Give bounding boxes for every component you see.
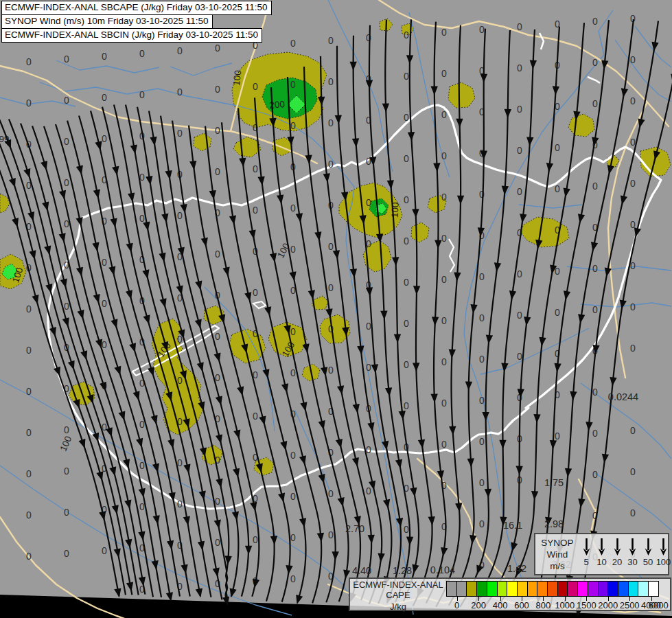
- svg-text:0: 0: [366, 321, 371, 332]
- wind-speed-item: 30: [625, 537, 641, 567]
- svg-text:0: 0: [328, 282, 334, 293]
- svg-text:0: 0: [253, 411, 258, 422]
- colorbar-cell: [607, 581, 618, 597]
- svg-text:0.104: 0.104: [430, 564, 455, 575]
- svg-text:0: 0: [26, 386, 32, 397]
- svg-text:0: 0: [328, 159, 334, 170]
- svg-text:0: 0: [290, 120, 296, 131]
- svg-text:0: 0: [517, 351, 522, 362]
- svg-text:0: 0: [404, 236, 409, 247]
- synop-wind-legend: SYNOP Wind m/s 510203050100: [534, 533, 669, 575]
- wind-speed-label: 5: [578, 557, 594, 567]
- svg-text:0: 0: [328, 365, 334, 376]
- svg-text:0: 0: [592, 98, 598, 109]
- svg-text:0: 0: [592, 181, 598, 192]
- svg-text:0: 0: [215, 537, 220, 548]
- wind-arrow-icon: [628, 537, 637, 556]
- svg-text:0: 0: [441, 233, 447, 244]
- colorbar-cell: [456, 581, 467, 597]
- svg-text:0: 0: [479, 436, 485, 447]
- colorbar-cell: [588, 581, 599, 597]
- svg-text:0: 0: [555, 307, 560, 318]
- wind-speed-label: 50: [640, 557, 656, 567]
- svg-text:0: 0: [592, 263, 598, 274]
- svg-text:2.70: 2.70: [345, 523, 364, 534]
- svg-text:0: 0: [592, 428, 598, 439]
- svg-text:0: 0: [366, 444, 371, 455]
- svg-text:0: 0: [290, 491, 296, 502]
- svg-text:0: 0: [215, 43, 220, 54]
- svg-text:0: 0: [555, 142, 560, 153]
- svg-text:0: 0: [290, 38, 296, 49]
- colorbar-tick-label: 400: [493, 600, 508, 610]
- svg-text:0: 0: [26, 427, 32, 438]
- svg-text:0: 0: [328, 35, 334, 46]
- colorbar-cell: [476, 581, 487, 597]
- svg-text:0: 0: [404, 153, 409, 164]
- cape-legend-name: ECMWF-INDEX-ANAL: [353, 580, 443, 590]
- cape-legend-param: CAPE: [353, 590, 443, 600]
- colorbar-cell: [466, 581, 477, 597]
- svg-text:0: 0: [102, 133, 107, 144]
- title-sbcape: ECMWF-INDEX-ANAL SBCAPE (J/kg) Friday 03…: [1, 1, 272, 15]
- svg-text:0: 0: [290, 450, 296, 461]
- cape-legend-unit: J/kg: [353, 602, 443, 612]
- colorbar-tick-label: 1000: [555, 600, 575, 610]
- svg-text:0: 0: [64, 136, 69, 147]
- colorbar-cell: [507, 581, 518, 597]
- title-sbcin: ECMWF-INDEX-ANAL SBCIN (J/kg) Friday 03-…: [1, 28, 262, 43]
- colorbar-cell: [567, 581, 578, 597]
- svg-text:0: 0: [517, 268, 522, 279]
- svg-text:0: 0: [290, 532, 296, 543]
- svg-text:1.42: 1.42: [507, 563, 526, 574]
- synop-legend-title: SYNOP Wind m/s: [540, 537, 575, 572]
- wind-arrow-icon: [597, 537, 606, 556]
- colorbar-tick-label: 6000: [649, 600, 669, 610]
- svg-text:0: 0: [139, 48, 145, 59]
- colorbar-cell: [648, 581, 659, 597]
- colorbar-tick-label: 200: [471, 600, 486, 610]
- svg-text:0: 0: [630, 425, 636, 436]
- colorbar-cell: [547, 581, 558, 597]
- colorbar-cell: [557, 581, 568, 597]
- colorbar-cell: [618, 581, 629, 597]
- svg-text:0: 0: [630, 507, 636, 518]
- svg-text:16.1: 16.1: [503, 520, 522, 531]
- colorbar-tick-label: 600: [514, 600, 529, 610]
- svg-text:0: 0: [215, 331, 220, 342]
- svg-text:0: 0: [177, 128, 183, 139]
- svg-text:0: 0: [102, 51, 107, 62]
- svg-text:0: 0: [404, 112, 409, 123]
- svg-text:0: 0: [366, 485, 371, 496]
- svg-text:0: 0: [290, 367, 296, 378]
- colorbar-tick-label: 2500: [620, 600, 640, 610]
- wind-arrow-icon: [582, 537, 591, 556]
- svg-text:0: 0: [215, 496, 220, 507]
- wind-label: Wind: [540, 549, 575, 560]
- svg-text:0: 0: [517, 145, 522, 156]
- svg-text:0: 0: [253, 81, 258, 92]
- colorbar-cell: [497, 581, 508, 597]
- colorbar-cell: [537, 581, 548, 597]
- svg-text:0: 0: [253, 534, 258, 545]
- svg-text:0: 0: [366, 32, 371, 43]
- svg-text:0: 0: [328, 241, 334, 252]
- colorbar-tick-label: 800: [536, 600, 551, 610]
- svg-text:0: 0: [253, 205, 258, 216]
- svg-text:0: 0: [64, 507, 69, 518]
- svg-text:0: 0: [177, 499, 183, 510]
- svg-text:0: 0: [26, 551, 32, 562]
- svg-text:0: 0: [64, 424, 69, 435]
- svg-text:0: 0: [555, 183, 560, 194]
- svg-text:0: 0: [404, 194, 409, 205]
- colorbar-tick-label: 2000: [598, 600, 618, 610]
- svg-text:0: 0: [404, 30, 409, 41]
- svg-text:0: 0: [177, 45, 183, 56]
- svg-text:0: 0: [26, 345, 32, 356]
- wind-speed-item: 100: [656, 537, 672, 567]
- svg-text:0: 0: [479, 518, 485, 529]
- svg-text:0: 0: [441, 192, 447, 203]
- svg-text:0: 0: [328, 488, 334, 499]
- svg-text:0: 0: [139, 460, 145, 471]
- wind-arrow-icon: [644, 537, 653, 556]
